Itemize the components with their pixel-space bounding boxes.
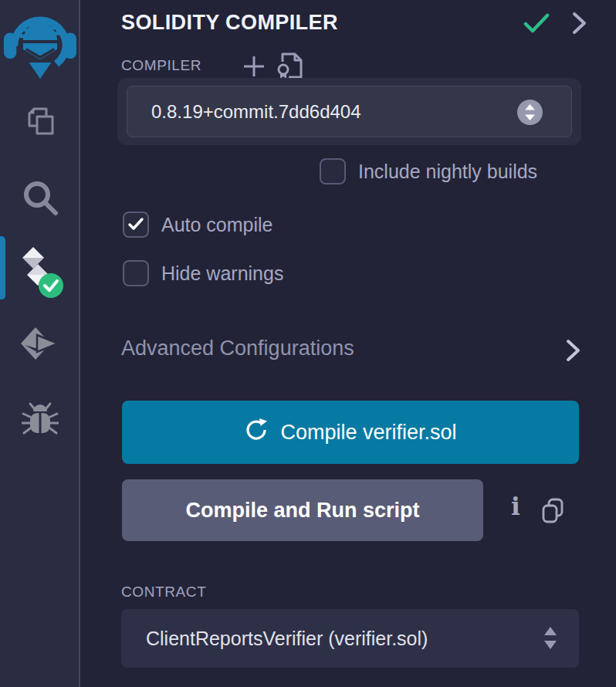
- refresh-icon: [244, 418, 269, 448]
- compiler-version-select[interactable]: 0.8.19+commit.7dd6d404: [127, 86, 572, 137]
- remix-logo-icon: [3, 3, 77, 82]
- contract-select-value: ClientReportsVerifier (verifier.sol): [146, 628, 428, 650]
- include-nightly-checkbox[interactable]: [320, 158, 346, 184]
- auto-compile-row: Auto compile: [123, 212, 273, 238]
- compiler-section-label: COMPILER: [121, 57, 201, 74]
- sidebar-item-solidity-compiler[interactable]: [0, 245, 80, 301]
- info-icon[interactable]: i: [505, 492, 526, 520]
- compile-success-check-icon: [523, 12, 550, 37]
- auto-compile-checkbox[interactable]: [123, 212, 149, 238]
- sidebar-item-deploy-run[interactable]: [0, 327, 80, 363]
- license-file-icon: [276, 51, 304, 80]
- compile-and-run-button[interactable]: Compile and Run script: [122, 479, 483, 541]
- file-explorer-icon: [22, 103, 59, 140]
- sidebar-item-file-explorer[interactable]: [0, 103, 80, 140]
- checkmark-icon: [127, 217, 144, 232]
- compile-and-run-label: Compile and Run script: [185, 499, 419, 523]
- page-title: SOLIDITY COMPILER: [121, 11, 338, 35]
- debugger-icon: [22, 401, 59, 437]
- include-nightly-row: Include nightly builds: [320, 158, 537, 184]
- auto-compile-label[interactable]: Auto compile: [161, 214, 273, 236]
- icon-sidebar: [0, 0, 80, 687]
- copy-icon[interactable]: [540, 497, 565, 528]
- hide-warnings-checkbox[interactable]: [123, 260, 149, 286]
- include-nightly-label[interactable]: Include nightly builds: [358, 161, 537, 183]
- contract-select[interactable]: ClientReportsVerifier (verifier.sol): [121, 609, 579, 668]
- hide-warnings-label[interactable]: Hide warnings: [161, 262, 283, 285]
- compiler-version-value: 0.8.19+commit.7dd6d404: [151, 101, 361, 123]
- sidebar-item-search[interactable]: [0, 178, 80, 217]
- advanced-configurations-label: Advanced Configurations: [121, 337, 354, 360]
- advanced-chevron-icon: [565, 339, 582, 365]
- hide-warnings-row: Hide warnings: [123, 260, 283, 286]
- solidity-compiler-icon: [16, 245, 64, 301]
- compile-button[interactable]: Compile verifier.sol: [122, 401, 579, 464]
- compile-button-label: Compile verifier.sol: [280, 421, 456, 445]
- select-updown-circle-icon: [516, 99, 543, 129]
- plus-icon: [242, 54, 266, 79]
- contract-section-label: CONTRACT: [121, 584, 206, 601]
- sidebar-item-debugger[interactable]: [0, 401, 80, 437]
- remix-logo[interactable]: [0, 3, 80, 82]
- solidity-compiler-panel: SOLIDITY COMPILER COMPILER: [82, 0, 616, 687]
- compiler-version-select-wrapper: 0.8.19+commit.7dd6d404: [117, 78, 581, 145]
- panel-collapse-chevron-icon[interactable]: [571, 12, 588, 38]
- search-icon: [21, 178, 59, 217]
- contract-updown-icon: [543, 626, 557, 654]
- remix-solidity-compiler-panel: SOLIDITY COMPILER COMPILER: [0, 0, 616, 687]
- deploy-run-icon: [21, 327, 59, 363]
